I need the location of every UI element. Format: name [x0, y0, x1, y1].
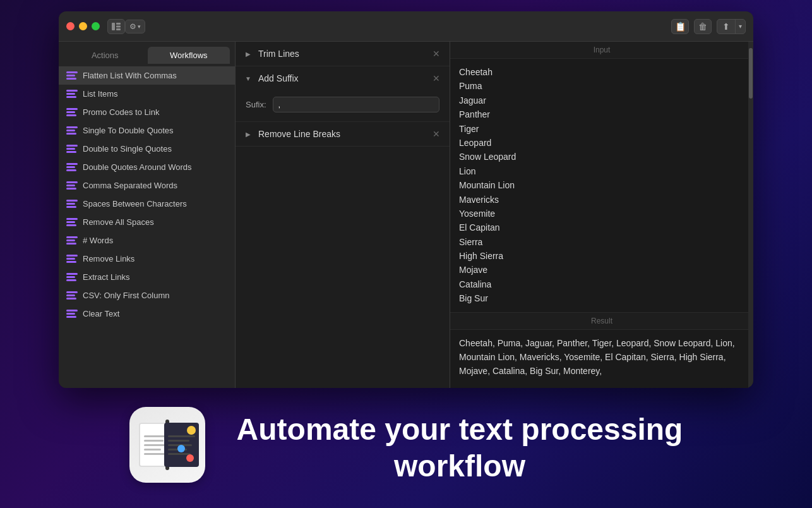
- svg-rect-11: [66, 111, 75, 113]
- share-split-button[interactable]: ⬆ ▾: [717, 19, 746, 34]
- svg-rect-39: [66, 279, 76, 281]
- app-icon-bg: [129, 407, 205, 483]
- gear-dropdown-arrow: ▾: [138, 23, 141, 30]
- scrollbar-track[interactable]: [748, 42, 753, 388]
- close-trim-lines-button[interactable]: ✕: [431, 48, 442, 59]
- close-add-suffix-button[interactable]: ✕: [431, 73, 442, 84]
- svg-rect-8: [66, 93, 75, 95]
- action-icon: [66, 255, 78, 263]
- trash-button[interactable]: 🗑: [694, 19, 712, 34]
- sidebar-item-double-to-single[interactable]: Double to Single Quotes: [59, 140, 235, 158]
- tab-actions[interactable]: Actions: [64, 47, 146, 64]
- app-window: ⚙ ▾ 📋 🗑 ⬆ ▾ Actions Workflows: [59, 11, 753, 388]
- action-icon: [66, 236, 78, 245]
- sidebar-item-label: CSV: Only First Column: [83, 291, 170, 300]
- sidebar-item-spaces-between[interactable]: Spaces Between Characters: [59, 195, 235, 213]
- io-panel: Input CheetahPumaJaguarPantherTigerLeopa…: [450, 42, 753, 388]
- workflow-item-title-remove-line-breaks: Remove Line Breaks: [258, 129, 431, 139]
- gear-icon: ⚙: [129, 22, 136, 31]
- tab-workflows[interactable]: Workflows: [148, 47, 230, 64]
- svg-rect-2: [116, 25, 121, 27]
- workflow-item-title-trim-lines: Trim Lines: [258, 49, 431, 59]
- input-line: Panther: [459, 107, 744, 121]
- svg-rect-30: [66, 224, 76, 226]
- result-content[interactable]: Cheetah, Puma, Jaguar, Panther, Tiger, L…: [450, 330, 753, 388]
- sidebar-item-words[interactable]: # Words: [59, 231, 235, 250]
- sidebar-item-single-to-double[interactable]: Single To Double Quotes: [59, 121, 235, 140]
- sidebar-item-label: Double Quotes Around Words: [83, 162, 191, 172]
- io-divider: Result: [450, 312, 753, 330]
- red-dot-icon: [186, 454, 194, 462]
- workflow-item-trim-lines: ▶ Trim Lines ✕: [236, 42, 450, 66]
- sidebar: Actions Workflows Flatten List With Comm…: [59, 42, 236, 388]
- suffix-label: Sufix:: [246, 100, 266, 109]
- promo-section: Automate your text processing workflow: [0, 388, 812, 508]
- sidebar-items-list: Flatten List With Commas List Items: [59, 64, 235, 388]
- sidebar-item-label: # Words: [83, 236, 113, 245]
- svg-rect-7: [66, 90, 78, 92]
- svg-rect-17: [66, 148, 75, 150]
- svg-rect-10: [66, 108, 78, 110]
- workflow-item-header-trim-lines[interactable]: ▶ Trim Lines ✕: [236, 42, 450, 66]
- close-remove-line-breaks-button[interactable]: ✕: [431, 128, 442, 140]
- sidebar-item-remove-spaces[interactable]: Remove All Spaces: [59, 213, 235, 231]
- svg-rect-32: [66, 239, 75, 241]
- action-icon: [66, 291, 78, 300]
- sidebar-item-comma-separated[interactable]: Comma Separated Words: [59, 176, 235, 195]
- action-icon: [66, 163, 78, 172]
- input-content[interactable]: CheetahPumaJaguarPantherTigerLeopardSnow…: [450, 59, 753, 312]
- input-line: Sierra: [459, 235, 744, 249]
- svg-rect-45: [66, 316, 76, 318]
- action-icon: [66, 126, 78, 135]
- sidebar-toggle-button[interactable]: [107, 19, 125, 34]
- svg-rect-4: [66, 71, 78, 73]
- close-button[interactable]: [66, 22, 75, 30]
- sidebar-item-clear-text[interactable]: Clear Text: [59, 305, 235, 323]
- trash-icon: 🗑: [698, 21, 707, 32]
- sidebar-item-label: Flatten List With Commas: [83, 71, 177, 80]
- sidebar-item-label: Double to Single Quotes: [83, 144, 172, 154]
- minimize-button[interactable]: [79, 22, 87, 30]
- expand-remove-line-breaks-button[interactable]: ▶: [243, 129, 253, 139]
- sidebar-item-list-items[interactable]: List Items: [59, 85, 235, 103]
- clipboard-button[interactable]: 📋: [671, 19, 689, 34]
- svg-rect-22: [66, 181, 78, 183]
- workflow-item-header-remove-line-breaks[interactable]: ▶ Remove Line Breaks ✕: [236, 122, 450, 146]
- suffix-field: Sufix:: [246, 97, 439, 112]
- input-line: Catalina: [459, 277, 744, 291]
- action-icon: [66, 181, 78, 190]
- maximize-button[interactable]: [92, 22, 100, 30]
- input-line: Big Sur: [459, 291, 744, 305]
- svg-rect-0: [112, 23, 115, 30]
- sidebar-tabs: Actions Workflows: [59, 42, 235, 64]
- action-icon: [66, 273, 78, 282]
- sidebar-item-extract-links[interactable]: Extract Links: [59, 268, 235, 286]
- title-bar: ⚙ ▾ 📋 🗑 ⬆ ▾: [59, 11, 753, 42]
- sidebar-item-csv-first-col[interactable]: CSV: Only First Column: [59, 286, 235, 305]
- gear-dropdown-button[interactable]: ⚙ ▾: [125, 20, 145, 33]
- workflow-item-body-add-suffix: Sufix:: [236, 90, 450, 121]
- input-label: Input: [450, 42, 753, 59]
- scrollbar-thumb[interactable]: [749, 48, 753, 99]
- sidebar-item-label: Single To Double Quotes: [83, 126, 174, 135]
- expand-trim-lines-button[interactable]: ▶: [243, 49, 253, 59]
- sidebar-item-label: Clear Text: [83, 309, 119, 318]
- workflow-item-header-add-suffix[interactable]: ▼ Add Suffix ✕: [236, 66, 450, 90]
- svg-rect-29: [66, 221, 75, 223]
- sidebar-item-promo-codes[interactable]: Promo Codes to Link: [59, 103, 235, 121]
- suffix-input[interactable]: [273, 97, 439, 112]
- svg-rect-5: [66, 75, 75, 76]
- action-icon: [66, 71, 78, 80]
- workflow-item-add-suffix: ▼ Add Suffix ✕ Sufix:: [236, 66, 450, 122]
- sidebar-item-remove-links[interactable]: Remove Links: [59, 250, 235, 268]
- sidebar-item-double-quotes-words[interactable]: Double Quotes Around Words: [59, 158, 235, 176]
- sidebar-item-flatten-list[interactable]: Flatten List With Commas: [59, 66, 235, 85]
- sidebar-item-label: Remove All Spaces: [83, 217, 154, 227]
- svg-rect-24: [66, 188, 76, 190]
- svg-rect-35: [66, 258, 75, 260]
- svg-rect-44: [66, 313, 75, 315]
- doc-right: [164, 423, 199, 467]
- expand-add-suffix-button[interactable]: ▼: [243, 73, 253, 83]
- workflow-item-title-add-suffix: Add Suffix: [258, 73, 431, 83]
- action-icon: [66, 90, 78, 99]
